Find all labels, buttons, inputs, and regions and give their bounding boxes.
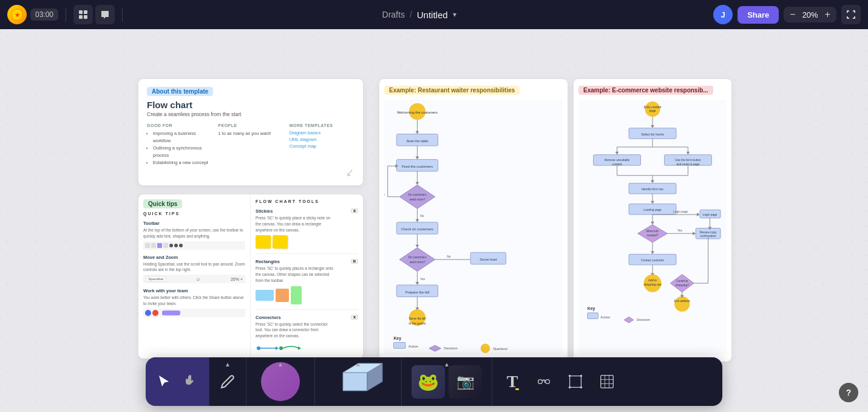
svg-marker-10 <box>298 346 301 350</box>
good-for-item: Establishing a new concept <box>153 159 212 167</box>
svg-marker-37 <box>416 245 419 248</box>
more-templates-column: MORE TEMPLATES Diagram basics UML diagra… <box>290 123 354 167</box>
breadcrumb-separator: / <box>410 10 412 19</box>
svg-marker-23 <box>399 185 435 208</box>
svg-text:Exit website: Exit website <box>674 300 690 303</box>
svg-text:Decision: Decision <box>444 346 457 350</box>
good-for-item: Improving a business workflow <box>153 130 212 145</box>
template-link[interactable]: Diagram basics <box>290 130 354 136</box>
breadcrumb-title[interactable]: Untitled <box>417 10 448 20</box>
svg-point-137 <box>538 380 543 384</box>
svg-marker-77 <box>687 152 690 155</box>
purple-circle-shape[interactable] <box>261 362 300 401</box>
sticker-camera: 📷 <box>449 365 482 399</box>
breadcrumb-drafts[interactable]: Drafts <box>382 10 405 19</box>
ecommerce-card: Example: E-commerce website responsib...… <box>574 79 731 362</box>
about-card-title: Flow chart <box>147 100 354 110</box>
top-toolbar: ★ 03:00 Drafts / Untitled ▾ <box>0 0 868 29</box>
zoom-plus-button[interactable]: + <box>824 9 832 20</box>
svg-text:needed?: needed? <box>647 234 659 237</box>
table-icon <box>600 374 614 389</box>
toolbar-divider-2 <box>122 7 123 22</box>
svg-text:Decision: Decision <box>637 318 650 321</box>
svg-marker-58 <box>429 345 441 351</box>
svg-point-125 <box>674 297 690 312</box>
svg-text:need more?: need more? <box>409 198 425 201</box>
svg-marker-116 <box>624 317 634 323</box>
ecommerce-flow: Entry content page Select for home Remov… <box>578 100 727 354</box>
tip-team-preview <box>143 309 245 317</box>
svg-marker-8 <box>276 346 279 350</box>
zoom-minus-button[interactable]: − <box>788 9 796 20</box>
toolbar-pen-section: ▲ <box>209 357 246 406</box>
logo-icon: ★ <box>11 9 23 21</box>
pen-tool-button[interactable] <box>214 362 241 401</box>
svg-text:to the guests: to the guests <box>409 322 426 325</box>
about-template-card: About this template Flow chart Create a … <box>138 79 363 185</box>
good-for-title: GOOD FOR <box>147 123 212 128</box>
hand-tool-button[interactable] <box>177 362 204 401</box>
tip-team-title: Work with your team <box>143 288 245 294</box>
svg-rect-114 <box>588 313 598 319</box>
tool-stickies-key: S <box>351 208 358 213</box>
app-logo[interactable]: ★ <box>7 5 27 24</box>
svg-marker-109 <box>693 232 696 235</box>
svg-text:Continue: Continue <box>676 280 688 283</box>
svg-text:Login page: Login page <box>673 210 688 213</box>
canvas-area[interactable]: About this template Flow chart Create a … <box>0 29 868 412</box>
text-icon: T <box>507 373 518 390</box>
svg-text:page: page <box>649 109 656 112</box>
chat-button[interactable] <box>95 5 115 24</box>
share-button[interactable]: Share <box>737 6 779 24</box>
frame-icon <box>568 374 583 389</box>
about-card-columns: GOOD FOR Improving a business workflow O… <box>147 123 354 167</box>
svg-text:Key: Key <box>393 336 401 341</box>
breadcrumb-chevron-icon[interactable]: ▾ <box>453 10 456 19</box>
svg-point-143 <box>569 386 571 388</box>
toolbar-sticker-section: ▲ 🐸 📷 <box>401 357 492 406</box>
svg-text:Start/end: Start/end <box>493 347 507 351</box>
restaurant-flow-svg: Welcoming the customers Seat the table F… <box>384 100 563 354</box>
table-tool-button[interactable] <box>592 362 622 401</box>
template-link[interactable]: Concept map <box>290 143 354 149</box>
toolbar-3d-section: ▲ <box>314 357 401 406</box>
rectangles-preview <box>256 286 358 304</box>
quick-tips-header: QUICK TIPS <box>143 211 245 216</box>
svg-rect-2 <box>79 10 83 14</box>
template-link[interactable]: UML diagram <box>290 137 354 142</box>
svg-marker-38 <box>399 248 435 272</box>
user-avatar[interactable]: J <box>713 5 733 24</box>
svg-text:Login page: Login page <box>702 213 717 216</box>
text-tool-button[interactable]: T <box>497 362 527 401</box>
svg-text:Check on customers: Check on customers <box>401 227 433 231</box>
help-button[interactable]: ? <box>839 383 858 402</box>
svg-text:Yes: Yes <box>420 278 425 281</box>
zoom-fit-button[interactable] <box>841 5 861 24</box>
3d-section-expand: ▲ <box>355 361 361 368</box>
select-tool-button[interactable] <box>151 362 177 401</box>
zoom-control: − 20% + <box>784 7 836 22</box>
svg-text:Review copy: Review copy <box>700 231 717 234</box>
people-title: PEOPLE <box>218 123 283 128</box>
svg-text:shopping?: shopping? <box>676 284 690 287</box>
sticker-preview: 🐸 📷 <box>412 365 482 399</box>
grid-view-button[interactable] <box>73 5 93 24</box>
frame-tool-button[interactable] <box>560 362 591 401</box>
tip-zoom: Move and Zoom Holding Spacebar, use the … <box>143 255 245 284</box>
tip-team: Work with your team You work better with… <box>143 288 245 317</box>
tip-team-desc: You work better with others. Click the S… <box>143 295 245 307</box>
svg-text:want more?: want more? <box>410 261 426 264</box>
svg-text:Prepare the bill: Prepare the bill <box>405 290 429 294</box>
svg-point-6 <box>257 346 260 350</box>
more-templates-title: MORE TEMPLATES <box>290 123 354 128</box>
svg-marker-18 <box>416 157 419 160</box>
hand-icon <box>183 374 198 389</box>
svg-text:Identify form nav: Identify form nav <box>642 188 663 191</box>
restaurant-card-label: Example: Restaurant waiter responsibilit… <box>384 86 520 95</box>
svg-point-144 <box>580 386 582 388</box>
connectors-preview <box>256 342 358 355</box>
ecommerce-card-label: Example: E-commerce website responsib... <box>578 86 713 95</box>
connector-tool-button[interactable] <box>529 362 559 401</box>
tool-stickies: Stickies Press 'SC' to quickly place a s… <box>256 208 358 254</box>
about-card-subtitle: Create a seamless process from the start <box>147 111 354 117</box>
